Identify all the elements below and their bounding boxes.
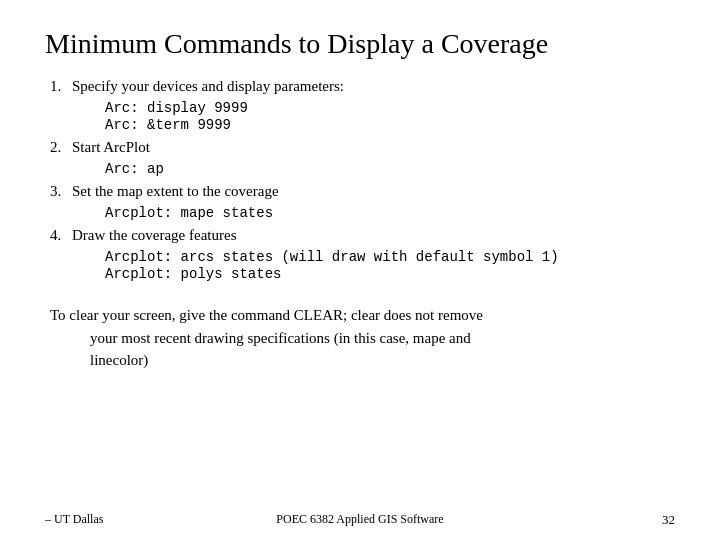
note-indent-2: linecolor) — [50, 349, 675, 372]
item-text-3: Set the map extent to the coverage — [72, 183, 279, 200]
item-text-2: Start ArcPlot — [72, 139, 150, 156]
numbered-item-3: 3. Set the map extent to the coverage — [50, 183, 675, 201]
list-item: 3. Set the map extent to the coverage Ar… — [50, 183, 675, 221]
code-line-2-1: Arc: ap — [50, 161, 675, 177]
code-line-1-1: Arc: display 9999 — [50, 100, 675, 116]
item-number-2: 2. — [50, 139, 72, 156]
note-section: To clear your screen, give the command C… — [50, 304, 675, 372]
footer-left: – UT Dallas — [45, 512, 103, 528]
slide-container: Minimum Commands to Display a Coverage 1… — [0, 0, 720, 540]
item-number-4: 4. — [50, 227, 72, 244]
note-indent-1: your most recent drawing specifications … — [50, 327, 675, 350]
content-area: 1. Specify your devices and display para… — [45, 78, 675, 372]
item-number-1: 1. — [50, 78, 72, 95]
code-line-3-1: Arcplot: mape states — [50, 205, 675, 221]
numbered-item-4: 4. Draw the coverage features — [50, 227, 675, 245]
code-line-4-1: Arcplot: arcs states (will draw with def… — [50, 249, 675, 265]
list-item: 4. Draw the coverage features Arcplot: a… — [50, 227, 675, 282]
numbered-item-1: 1. Specify your devices and display para… — [50, 78, 675, 96]
footer-page: 32 — [662, 512, 675, 528]
item-text-4: Draw the coverage features — [72, 227, 237, 244]
item-text-1: Specify your devices and display paramet… — [72, 78, 344, 95]
slide-title: Minimum Commands to Display a Coverage — [45, 28, 675, 60]
item-number-3: 3. — [50, 183, 72, 200]
numbered-item-2: 2. Start ArcPlot — [50, 139, 675, 157]
code-line-4-2: Arcplot: polys states — [50, 266, 675, 282]
footer-center: POEC 6382 Applied GIS Software — [276, 512, 443, 527]
note-main: To clear your screen, give the command C… — [50, 304, 675, 327]
list-item: 2. Start ArcPlot Arc: ap — [50, 139, 675, 177]
footer: – UT Dallas POEC 6382 Applied GIS Softwa… — [0, 512, 720, 528]
list-item: 1. Specify your devices and display para… — [50, 78, 675, 133]
code-line-1-2: Arc: &term 9999 — [50, 117, 675, 133]
